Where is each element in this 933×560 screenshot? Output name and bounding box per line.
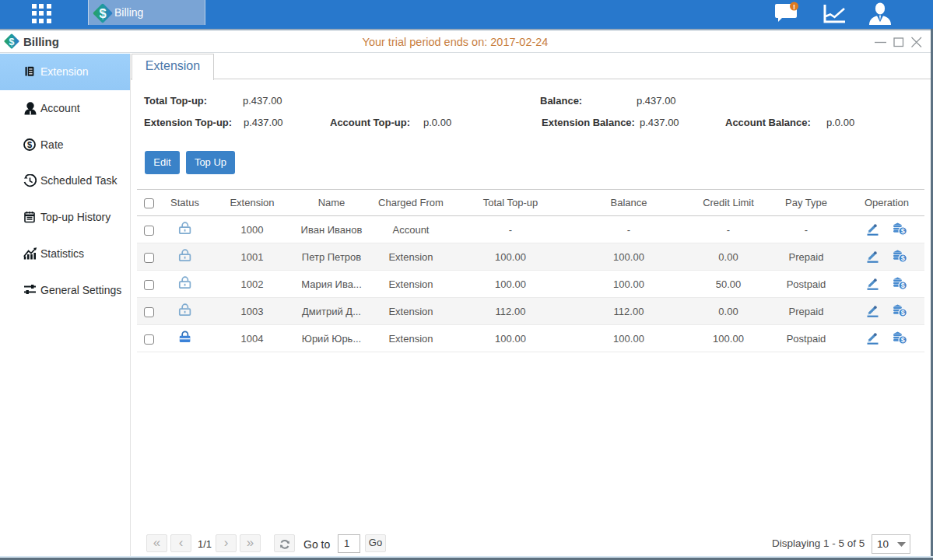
svg-text:$: $: [901, 254, 905, 262]
svg-text:$: $: [27, 140, 32, 149]
svg-text:!: !: [793, 3, 795, 11]
svg-text:$: $: [901, 227, 905, 235]
svg-text:$: $: [99, 6, 106, 20]
svg-text:$: $: [901, 336, 905, 344]
svg-text:$: $: [901, 309, 905, 317]
svg-text:$: $: [901, 282, 905, 289]
